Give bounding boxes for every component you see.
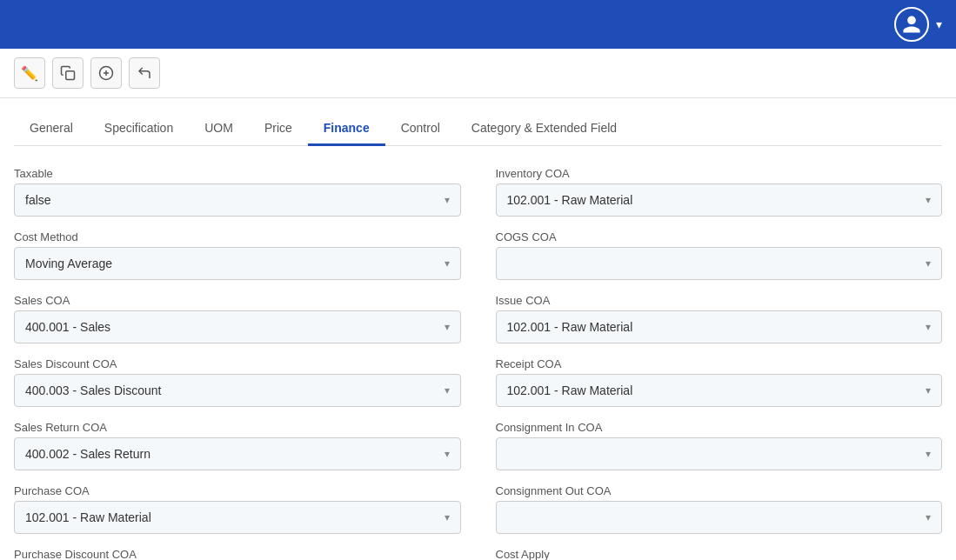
label-consignment_out_coa: Consignment Out COA (496, 484, 943, 497)
label-consignment_in_coa: Consignment In COA (496, 421, 943, 434)
chevron-down-icon: ▾ (926, 448, 931, 460)
chevron-down-icon: ▾ (926, 257, 931, 270)
svg-rect-0 (66, 71, 75, 80)
toolbar: ✏️ (0, 49, 956, 98)
chevron-down-icon: ▾ (445, 511, 450, 523)
chevron-down-icon: ▾ (445, 194, 450, 206)
back-button[interactable] (129, 57, 160, 89)
label-purchase_discount_coa: Purchase Discount COA (14, 548, 461, 560)
chevron-down-icon: ▾ (926, 384, 931, 397)
select-cost_method[interactable]: Moving Average▾ (14, 247, 461, 280)
tab-category[interactable]: Category & Extended Field (456, 112, 632, 146)
finance-form: Taxablefalse▾Inventory COA102.001 - Raw … (14, 167, 942, 560)
field-purchase_discount_coa: Purchase Discount COA102.001 - Raw Mater… (14, 548, 461, 560)
field-inventory_coa: Inventory COA102.001 - Raw Material▾ (496, 167, 943, 217)
select-receipt_coa[interactable]: 102.001 - Raw Material▾ (496, 374, 943, 407)
select-purchase_coa[interactable]: 102.001 - Raw Material▾ (14, 501, 461, 534)
select-sales_discount_coa[interactable]: 400.003 - Sales Discount▾ (14, 374, 461, 407)
select-issue_coa[interactable]: 102.001 - Raw Material▾ (496, 310, 943, 343)
tabs: General Specification UOM Price Finance … (14, 112, 942, 146)
field-receipt_coa: Receipt COA102.001 - Raw Material▾ (496, 357, 943, 407)
label-cost_apply: Cost Apply (496, 548, 943, 560)
select-consignment_in_coa[interactable]: ▾ (496, 437, 943, 470)
tab-control[interactable]: Control (385, 112, 456, 146)
label-purchase_coa: Purchase COA (14, 484, 461, 497)
add-button[interactable] (90, 57, 122, 89)
header: ▾ (0, 0, 956, 49)
app-container: ▾ ✏️ General S (0, 0, 956, 560)
field-consignment_in_coa: Consignment In COA▾ (496, 421, 943, 470)
select-sales_return_coa[interactable]: 400.002 - Sales Return▾ (14, 437, 461, 470)
label-sales_coa: Sales COA (14, 294, 461, 307)
field-cost_method: Cost MethodMoving Average▾ (14, 230, 461, 280)
chevron-down-icon: ▾ (445, 321, 450, 333)
label-sales_discount_coa: Sales Discount COA (14, 357, 461, 370)
user-dropdown-arrow[interactable]: ▾ (936, 17, 942, 31)
label-cost_method: Cost Method (14, 230, 461, 243)
tab-finance[interactable]: Finance (308, 112, 385, 146)
label-sales_return_coa: Sales Return COA (14, 421, 461, 434)
select-inventory_coa[interactable]: 102.001 - Raw Material▾ (496, 183, 943, 217)
field-sales_return_coa: Sales Return COA400.002 - Sales Return▾ (14, 421, 461, 470)
field-sales_discount_coa: Sales Discount COA400.003 - Sales Discou… (14, 357, 461, 407)
field-sales_coa: Sales COA400.001 - Sales▾ (14, 294, 461, 343)
field-cost_apply: Cost Apply▾ (496, 548, 943, 560)
field-issue_coa: Issue COA102.001 - Raw Material▾ (496, 294, 943, 343)
user-avatar[interactable] (894, 7, 929, 42)
chevron-down-icon: ▾ (445, 384, 450, 397)
tab-general[interactable]: General (14, 112, 89, 146)
header-right: ▾ (894, 7, 942, 42)
label-cogs_coa: COGS COA (496, 230, 943, 243)
tab-price[interactable]: Price (249, 112, 308, 146)
field-purchase_coa: Purchase COA102.001 - Raw Material▾ (14, 484, 461, 534)
label-inventory_coa: Inventory COA (496, 167, 943, 180)
chevron-down-icon: ▾ (926, 194, 931, 206)
select-sales_coa[interactable]: 400.001 - Sales▾ (14, 310, 461, 343)
chevron-down-icon: ▾ (445, 257, 450, 270)
select-taxable[interactable]: false▾ (14, 183, 461, 217)
chevron-down-icon: ▾ (445, 448, 450, 460)
copy-button[interactable] (52, 57, 84, 89)
label-issue_coa: Issue COA (496, 294, 943, 307)
select-consignment_out_coa[interactable]: ▾ (496, 501, 943, 534)
chevron-down-icon: ▾ (926, 321, 931, 333)
chevron-down-icon: ▾ (926, 511, 931, 523)
tab-uom[interactable]: UOM (189, 112, 249, 146)
main-content: General Specification UOM Price Finance … (0, 98, 956, 560)
label-receipt_coa: Receipt COA (496, 357, 943, 370)
select-cogs_coa[interactable]: ▾ (496, 247, 943, 280)
label-taxable: Taxable (14, 167, 461, 180)
field-consignment_out_coa: Consignment Out COA▾ (496, 484, 943, 534)
field-taxable: Taxablefalse▾ (14, 167, 461, 217)
edit-button[interactable]: ✏️ (14, 57, 45, 89)
tab-specification[interactable]: Specification (89, 112, 189, 146)
field-cogs_coa: COGS COA▾ (496, 230, 943, 280)
